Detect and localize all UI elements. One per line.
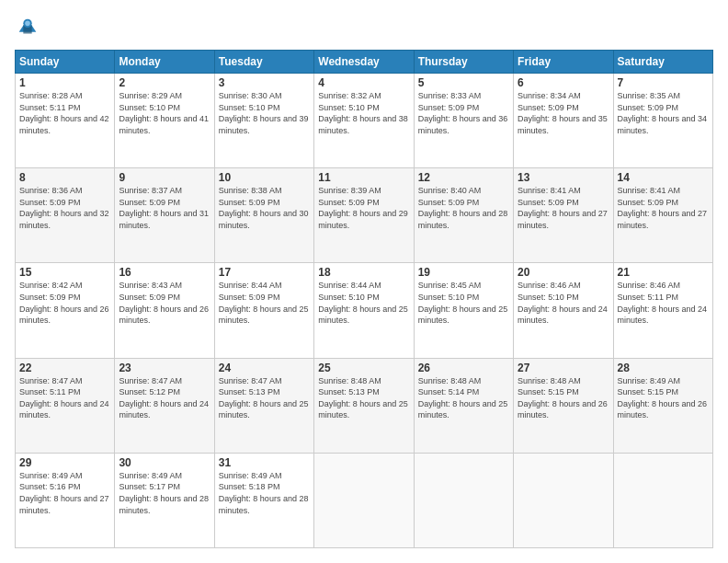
column-header-tuesday: Tuesday (214, 51, 313, 74)
day-info: Sunrise: 8:49 AMSunset: 5:18 PMDaylight:… (219, 471, 309, 515)
day-cell-22: 22 Sunrise: 8:47 AMSunset: 5:11 PMDaylig… (16, 358, 115, 453)
week-row-1: 1 Sunrise: 8:28 AMSunset: 5:11 PMDayligh… (16, 74, 713, 168)
day-info: Sunrise: 8:41 AMSunset: 5:09 PMDaylight:… (518, 186, 608, 230)
day-number: 21 (618, 266, 709, 279)
week-row-4: 22 Sunrise: 8:47 AMSunset: 5:11 PMDaylig… (16, 358, 713, 453)
empty-cell (514, 453, 613, 547)
day-number: 27 (518, 362, 609, 374)
empty-cell (414, 453, 513, 547)
day-cell-7: 7 Sunrise: 8:35 AMSunset: 5:09 PMDayligh… (613, 74, 712, 168)
day-info: Sunrise: 8:37 AMSunset: 5:09 PMDaylight:… (119, 186, 209, 230)
day-number: 7 (618, 76, 709, 89)
day-number: 16 (119, 266, 210, 279)
day-number: 22 (19, 362, 110, 374)
day-cell-15: 15 Sunrise: 8:42 AMSunset: 5:09 PMDaylig… (16, 263, 115, 358)
day-number: 11 (318, 171, 409, 184)
day-number: 4 (318, 76, 409, 89)
day-cell-6: 6 Sunrise: 8:34 AMSunset: 5:09 PMDayligh… (514, 74, 613, 168)
column-header-wednesday: Wednesday (314, 51, 414, 74)
day-info: Sunrise: 8:29 AMSunset: 5:10 PMDaylight:… (119, 91, 209, 135)
day-info: Sunrise: 8:38 AMSunset: 5:09 PMDaylight:… (219, 186, 309, 230)
day-cell-13: 13 Sunrise: 8:41 AMSunset: 5:09 PMDaylig… (514, 168, 613, 263)
day-info: Sunrise: 8:35 AMSunset: 5:09 PMDaylight:… (618, 91, 708, 135)
day-info: Sunrise: 8:48 AMSunset: 5:15 PMDaylight:… (518, 376, 608, 420)
day-info: Sunrise: 8:49 AMSunset: 5:17 PMDaylight:… (119, 471, 209, 515)
day-info: Sunrise: 8:34 AMSunset: 5:09 PMDaylight:… (518, 91, 608, 135)
day-cell-4: 4 Sunrise: 8:32 AMSunset: 5:10 PMDayligh… (314, 74, 414, 168)
day-info: Sunrise: 8:40 AMSunset: 5:09 PMDaylight:… (418, 186, 508, 230)
day-info: Sunrise: 8:42 AMSunset: 5:09 PMDaylight:… (19, 281, 109, 325)
day-cell-31: 31 Sunrise: 8:49 AMSunset: 5:18 PMDaylig… (214, 453, 313, 547)
day-cell-12: 12 Sunrise: 8:40 AMSunset: 5:09 PMDaylig… (414, 168, 513, 263)
day-number: 2 (119, 76, 210, 89)
day-cell-14: 14 Sunrise: 8:41 AMSunset: 5:09 PMDaylig… (613, 168, 712, 263)
day-number: 13 (518, 171, 609, 184)
day-info: Sunrise: 8:49 AMSunset: 5:15 PMDaylight:… (618, 376, 708, 420)
day-number: 23 (119, 362, 210, 374)
day-info: Sunrise: 8:46 AMSunset: 5:11 PMDaylight:… (618, 281, 708, 325)
week-row-3: 15 Sunrise: 8:42 AMSunset: 5:09 PMDaylig… (16, 263, 713, 358)
day-cell-17: 17 Sunrise: 8:44 AMSunset: 5:09 PMDaylig… (214, 263, 313, 358)
day-info: Sunrise: 8:43 AMSunset: 5:09 PMDaylight:… (119, 281, 209, 325)
week-row-2: 8 Sunrise: 8:36 AMSunset: 5:09 PMDayligh… (16, 168, 713, 263)
day-number: 14 (618, 171, 709, 184)
day-cell-8: 8 Sunrise: 8:36 AMSunset: 5:09 PMDayligh… (16, 168, 115, 263)
column-header-friday: Friday (514, 51, 613, 74)
day-info: Sunrise: 8:47 AMSunset: 5:13 PMDaylight:… (219, 376, 309, 420)
day-info: Sunrise: 8:47 AMSunset: 5:12 PMDaylight:… (119, 376, 209, 420)
day-cell-16: 16 Sunrise: 8:43 AMSunset: 5:09 PMDaylig… (115, 263, 214, 358)
day-cell-28: 28 Sunrise: 8:49 AMSunset: 5:15 PMDaylig… (613, 358, 712, 453)
empty-cell (314, 453, 414, 547)
day-number: 8 (19, 171, 110, 184)
day-info: Sunrise: 8:32 AMSunset: 5:10 PMDaylight:… (318, 91, 408, 135)
day-number: 9 (119, 171, 210, 184)
week-row-5: 29 Sunrise: 8:49 AMSunset: 5:16 PMDaylig… (16, 453, 713, 547)
day-cell-24: 24 Sunrise: 8:47 AMSunset: 5:13 PMDaylig… (214, 358, 313, 453)
header (15, 15, 713, 40)
day-info: Sunrise: 8:44 AMSunset: 5:09 PMDaylight:… (219, 281, 309, 325)
day-info: Sunrise: 8:36 AMSunset: 5:09 PMDaylight:… (19, 186, 109, 230)
day-info: Sunrise: 8:48 AMSunset: 5:14 PMDaylight:… (418, 376, 508, 420)
day-cell-5: 5 Sunrise: 8:33 AMSunset: 5:09 PMDayligh… (414, 74, 513, 168)
day-cell-1: 1 Sunrise: 8:28 AMSunset: 5:11 PMDayligh… (16, 74, 115, 168)
day-number: 5 (418, 76, 509, 89)
calendar-body: 1 Sunrise: 8:28 AMSunset: 5:11 PMDayligh… (16, 74, 713, 548)
day-cell-26: 26 Sunrise: 8:48 AMSunset: 5:14 PMDaylig… (414, 358, 513, 453)
column-header-sunday: Sunday (16, 51, 115, 74)
day-info: Sunrise: 8:44 AMSunset: 5:10 PMDaylight:… (318, 281, 408, 325)
calendar-table: SundayMondayTuesdayWednesdayThursdayFrid… (15, 50, 713, 548)
day-cell-20: 20 Sunrise: 8:46 AMSunset: 5:10 PMDaylig… (514, 263, 613, 358)
day-number: 31 (219, 456, 310, 469)
day-number: 26 (418, 362, 509, 374)
day-info: Sunrise: 8:49 AMSunset: 5:16 PMDaylight:… (19, 471, 109, 515)
day-cell-19: 19 Sunrise: 8:45 AMSunset: 5:10 PMDaylig… (414, 263, 513, 358)
day-cell-18: 18 Sunrise: 8:44 AMSunset: 5:10 PMDaylig… (314, 263, 414, 358)
day-cell-23: 23 Sunrise: 8:47 AMSunset: 5:12 PMDaylig… (115, 358, 214, 453)
day-info: Sunrise: 8:47 AMSunset: 5:11 PMDaylight:… (19, 376, 109, 420)
logo (15, 15, 44, 40)
calendar-page: SundayMondayTuesdayWednesdayThursdayFrid… (0, 0, 728, 563)
svg-point-2 (25, 21, 30, 27)
day-number: 10 (219, 171, 310, 184)
day-info: Sunrise: 8:41 AMSunset: 5:09 PMDaylight:… (618, 186, 708, 230)
day-cell-2: 2 Sunrise: 8:29 AMSunset: 5:10 PMDayligh… (115, 74, 214, 168)
day-cell-29: 29 Sunrise: 8:49 AMSunset: 5:16 PMDaylig… (16, 453, 115, 547)
day-cell-30: 30 Sunrise: 8:49 AMSunset: 5:17 PMDaylig… (115, 453, 214, 547)
day-cell-9: 9 Sunrise: 8:37 AMSunset: 5:09 PMDayligh… (115, 168, 214, 263)
column-header-monday: Monday (115, 51, 214, 74)
empty-cell (613, 453, 712, 547)
day-number: 18 (318, 266, 409, 279)
day-cell-25: 25 Sunrise: 8:48 AMSunset: 5:13 PMDaylig… (314, 358, 414, 453)
day-number: 3 (219, 76, 310, 89)
day-number: 1 (19, 76, 110, 89)
day-number: 30 (119, 456, 210, 469)
column-header-saturday: Saturday (613, 51, 712, 74)
column-header-thursday: Thursday (414, 51, 513, 74)
day-number: 12 (418, 171, 509, 184)
day-number: 24 (219, 362, 310, 374)
day-info: Sunrise: 8:39 AMSunset: 5:09 PMDaylight:… (318, 186, 408, 230)
day-info: Sunrise: 8:46 AMSunset: 5:10 PMDaylight:… (518, 281, 608, 325)
day-number: 15 (19, 266, 110, 279)
day-number: 17 (219, 266, 310, 279)
day-number: 19 (418, 266, 509, 279)
